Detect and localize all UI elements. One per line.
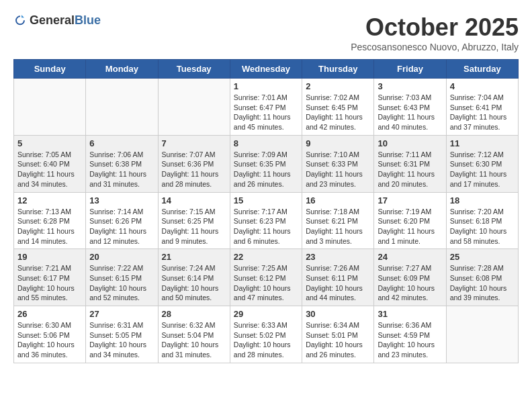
day-info: Sunrise: 7:26 AM Sunset: 6:11 PM Dayligh… (306, 263, 370, 303)
calendar-cell: 31Sunrise: 6:36 AM Sunset: 4:59 PM Dayli… (374, 306, 446, 363)
day-info: Sunrise: 7:14 AM Sunset: 6:26 PM Dayligh… (89, 207, 154, 246)
day-info: Sunrise: 7:15 AM Sunset: 6:25 PM Dayligh… (162, 207, 226, 246)
calendar-cell: 2Sunrise: 7:02 AM Sunset: 6:45 PM Daylig… (302, 79, 374, 136)
calendar-cell: 14Sunrise: 7:15 AM Sunset: 6:25 PM Dayli… (158, 192, 230, 249)
day-info: Sunrise: 7:17 AM Sunset: 6:23 PM Dayligh… (234, 207, 298, 246)
day-info: Sunrise: 7:21 AM Sunset: 6:17 PM Dayligh… (17, 263, 82, 303)
calendar-cell: 22Sunrise: 7:25 AM Sunset: 6:12 PM Dayli… (230, 249, 302, 306)
week-row-3: 12Sunrise: 7:13 AM Sunset: 6:28 PM Dayli… (14, 192, 519, 249)
day-number: 12 (17, 195, 82, 205)
day-number: 28 (162, 309, 226, 319)
logo: GeneralBlue (13, 13, 101, 28)
day-info: Sunrise: 7:06 AM Sunset: 6:38 PM Dayligh… (89, 150, 154, 189)
calendar-cell: 25Sunrise: 7:28 AM Sunset: 6:08 PM Dayli… (446, 249, 518, 306)
logo-general: General (30, 13, 75, 27)
day-number: 3 (378, 81, 442, 91)
day-number: 15 (234, 195, 298, 205)
day-info: Sunrise: 7:18 AM Sunset: 6:21 PM Dayligh… (306, 207, 370, 246)
day-info: Sunrise: 7:02 AM Sunset: 6:45 PM Dayligh… (306, 93, 370, 132)
day-info: Sunrise: 7:03 AM Sunset: 6:43 PM Dayligh… (378, 93, 442, 132)
calendar-cell: 16Sunrise: 7:18 AM Sunset: 6:21 PM Dayli… (302, 192, 374, 249)
day-number: 20 (89, 252, 154, 262)
calendar-cell: 30Sunrise: 6:34 AM Sunset: 5:01 PM Dayli… (302, 306, 374, 363)
day-info: Sunrise: 7:22 AM Sunset: 6:15 PM Dayligh… (89, 263, 154, 303)
calendar-cell: 18Sunrise: 7:20 AM Sunset: 6:18 PM Dayli… (446, 192, 518, 249)
calendar-cell: 5Sunrise: 7:05 AM Sunset: 6:40 PM Daylig… (14, 135, 86, 192)
weekday-header-friday: Friday (374, 60, 446, 79)
day-number: 25 (450, 252, 515, 262)
week-row-2: 5Sunrise: 7:05 AM Sunset: 6:40 PM Daylig… (14, 135, 519, 192)
day-info: Sunrise: 7:13 AM Sunset: 6:28 PM Dayligh… (17, 207, 82, 246)
day-info: Sunrise: 7:10 AM Sunset: 6:33 PM Dayligh… (306, 150, 370, 189)
day-number: 24 (378, 252, 442, 262)
logo-blue: Blue (75, 13, 101, 27)
weekday-header-sunday: Sunday (14, 60, 86, 79)
day-info: Sunrise: 6:32 AM Sunset: 5:04 PM Dayligh… (162, 320, 226, 360)
logo-icon (13, 14, 27, 28)
month-title: October 2025 (351, 13, 519, 42)
calendar-cell (158, 79, 230, 136)
calendar-cell: 7Sunrise: 7:07 AM Sunset: 6:36 PM Daylig… (158, 135, 230, 192)
day-number: 10 (378, 138, 442, 148)
day-number: 16 (306, 195, 370, 205)
calendar-cell: 3Sunrise: 7:03 AM Sunset: 6:43 PM Daylig… (374, 79, 446, 136)
calendar-cell: 26Sunrise: 6:30 AM Sunset: 5:06 PM Dayli… (14, 306, 86, 363)
calendar-cell: 28Sunrise: 6:32 AM Sunset: 5:04 PM Dayli… (158, 306, 230, 363)
weekday-header-saturday: Saturday (446, 60, 518, 79)
day-number: 19 (17, 252, 82, 262)
day-info: Sunrise: 7:11 AM Sunset: 6:31 PM Dayligh… (378, 150, 442, 189)
week-row-1: 1Sunrise: 7:01 AM Sunset: 6:47 PM Daylig… (14, 79, 519, 136)
day-number: 21 (162, 252, 226, 262)
day-info: Sunrise: 6:34 AM Sunset: 5:01 PM Dayligh… (306, 320, 370, 360)
week-row-4: 19Sunrise: 7:21 AM Sunset: 6:17 PM Dayli… (14, 249, 519, 306)
calendar-cell: 21Sunrise: 7:24 AM Sunset: 6:14 PM Dayli… (158, 249, 230, 306)
day-info: Sunrise: 6:36 AM Sunset: 4:59 PM Dayligh… (378, 320, 442, 360)
calendar-cell: 23Sunrise: 7:26 AM Sunset: 6:11 PM Dayli… (302, 249, 374, 306)
calendar-cell: 6Sunrise: 7:06 AM Sunset: 6:38 PM Daylig… (86, 135, 158, 192)
calendar-cell: 8Sunrise: 7:09 AM Sunset: 6:35 PM Daylig… (230, 135, 302, 192)
day-number: 7 (162, 138, 226, 148)
calendar-cell: 1Sunrise: 7:01 AM Sunset: 6:47 PM Daylig… (230, 79, 302, 136)
day-info: Sunrise: 7:07 AM Sunset: 6:36 PM Dayligh… (162, 150, 226, 189)
calendar-cell: 11Sunrise: 7:12 AM Sunset: 6:30 PM Dayli… (446, 135, 518, 192)
calendar: SundayMondayTuesdayWednesdayThursdayFrid… (13, 59, 519, 363)
day-info: Sunrise: 7:05 AM Sunset: 6:40 PM Dayligh… (17, 150, 82, 189)
calendar-cell (446, 306, 518, 363)
day-number: 17 (378, 195, 442, 205)
calendar-cell: 27Sunrise: 6:31 AM Sunset: 5:05 PM Dayli… (86, 306, 158, 363)
weekday-header-thursday: Thursday (302, 60, 374, 79)
calendar-cell: 4Sunrise: 7:04 AM Sunset: 6:41 PM Daylig… (446, 79, 518, 136)
day-info: Sunrise: 7:01 AM Sunset: 6:47 PM Dayligh… (234, 93, 298, 132)
day-info: Sunrise: 7:19 AM Sunset: 6:20 PM Dayligh… (378, 207, 442, 246)
day-number: 22 (234, 252, 298, 262)
day-info: Sunrise: 7:28 AM Sunset: 6:08 PM Dayligh… (450, 263, 515, 303)
calendar-cell: 20Sunrise: 7:22 AM Sunset: 6:15 PM Dayli… (86, 249, 158, 306)
day-info: Sunrise: 7:24 AM Sunset: 6:14 PM Dayligh… (162, 263, 226, 303)
day-number: 1 (234, 81, 298, 91)
day-number: 27 (89, 309, 154, 319)
calendar-cell (86, 79, 158, 136)
calendar-cell: 29Sunrise: 6:33 AM Sunset: 5:02 PM Dayli… (230, 306, 302, 363)
day-info: Sunrise: 6:30 AM Sunset: 5:06 PM Dayligh… (17, 320, 82, 360)
day-number: 9 (306, 138, 370, 148)
day-number: 30 (306, 309, 370, 319)
day-info: Sunrise: 7:27 AM Sunset: 6:09 PM Dayligh… (378, 263, 442, 303)
day-number: 26 (17, 309, 82, 319)
day-number: 11 (450, 138, 515, 148)
subtitle: Pescosansonesco Nuovo, Abruzzo, Italy (351, 42, 519, 52)
day-number: 23 (306, 252, 370, 262)
calendar-cell (14, 79, 86, 136)
day-info: Sunrise: 6:31 AM Sunset: 5:05 PM Dayligh… (89, 320, 154, 360)
day-info: Sunrise: 7:20 AM Sunset: 6:18 PM Dayligh… (450, 207, 515, 246)
week-row-5: 26Sunrise: 6:30 AM Sunset: 5:06 PM Dayli… (14, 306, 519, 363)
calendar-cell: 19Sunrise: 7:21 AM Sunset: 6:17 PM Dayli… (14, 249, 86, 306)
calendar-cell: 15Sunrise: 7:17 AM Sunset: 6:23 PM Dayli… (230, 192, 302, 249)
title-area: October 2025 Pescosansonesco Nuovo, Abru… (351, 13, 519, 52)
day-number: 4 (450, 81, 515, 91)
day-number: 29 (234, 309, 298, 319)
day-number: 14 (162, 195, 226, 205)
day-info: Sunrise: 6:33 AM Sunset: 5:02 PM Dayligh… (234, 320, 298, 360)
day-info: Sunrise: 7:12 AM Sunset: 6:30 PM Dayligh… (450, 150, 515, 189)
calendar-cell: 17Sunrise: 7:19 AM Sunset: 6:20 PM Dayli… (374, 192, 446, 249)
weekday-header-wednesday: Wednesday (230, 60, 302, 79)
